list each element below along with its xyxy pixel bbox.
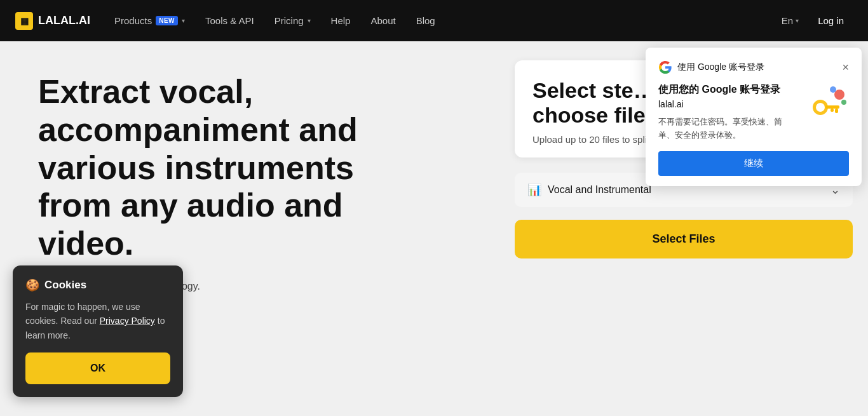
close-icon[interactable]: × — [842, 62, 849, 73]
svg-point-7 — [841, 100, 846, 105]
google-icon — [658, 60, 672, 74]
logo-icon: ▦ — [15, 12, 33, 30]
privacy-policy-link[interactable]: Privacy Policy — [100, 316, 155, 326]
nav-item-blog[interactable]: Blog — [407, 10, 444, 31]
logo-text: LALAL.AI — [38, 14, 90, 27]
logo[interactable]: ▦ LALAL.AI — [15, 12, 90, 30]
svg-rect-2 — [825, 105, 839, 109]
main-content: Extract vocal, accompaniment and various… — [0, 41, 868, 416]
popup-description: 不再需要记住密码。享受快速、简单、安全的登录体验。 — [658, 116, 798, 142]
chevron-down-icon-lang: ▾ — [796, 17, 799, 24]
cookies-popup: 🍪 Cookies For magic to happen, we use co… — [13, 265, 183, 397]
nav-label-about: About — [370, 15, 395, 26]
popup-body: 使用您的 Google 账号登录 lalal.ai 不再需要记住密码。享受快速、… — [658, 83, 849, 142]
popup-main-title: 使用您的 Google 账号登录 — [658, 83, 798, 97]
svg-rect-4 — [831, 109, 834, 112]
svg-point-1 — [816, 103, 825, 112]
login-button[interactable]: Log in — [809, 10, 853, 31]
popup-text-section: 使用您的 Google 账号登录 lalal.ai 不再需要记住密码。享受快速、… — [658, 83, 798, 142]
cookie-icon: 🍪 — [25, 278, 39, 292]
cookies-header: 🍪 Cookies — [25, 278, 170, 292]
nav-badge-new: NEW — [156, 16, 178, 25]
cookies-ok-button[interactable]: OK — [25, 352, 170, 384]
popup-header: 使用 Google 账号登录 × — [658, 60, 849, 74]
nav-label-tools: Tools & API — [205, 15, 254, 26]
popup-domain: lalal.ai — [658, 99, 798, 109]
navbar: ▦ LALAL.AI Products NEW ▾ Tools & API Pr… — [0, 0, 868, 41]
dropdown-text: Vocal and Instrumental — [548, 184, 651, 196]
popup-header-left: 使用 Google 账号登录 — [658, 60, 764, 74]
dropdown-label: 📊 Vocal and Instrumental — [527, 183, 651, 197]
popup-illustration — [804, 83, 849, 128]
nav-label-blog: Blog — [416, 15, 435, 26]
nav-item-help[interactable]: Help — [322, 10, 360, 31]
nav-label-pricing: Pricing — [275, 15, 304, 26]
nav-label-products: Products — [114, 15, 152, 26]
nav-item-tools[interactable]: Tools & API — [196, 10, 263, 31]
select-files-button[interactable]: Select Files — [515, 220, 853, 258]
popup-header-title: 使用 Google 账号登录 — [677, 62, 764, 73]
cookies-title: Cookies — [44, 279, 86, 292]
waveform-icon: 📊 — [527, 183, 541, 197]
hero-title: Extract vocal, accompaniment and various… — [38, 73, 419, 263]
cookies-text: For magic to happen, we use cookies. Rea… — [25, 300, 170, 342]
lang-label: En — [782, 15, 793, 26]
nav-label-help: Help — [331, 15, 351, 26]
nav-right: En ▾ Log in — [782, 10, 853, 31]
nav-items: Products NEW ▾ Tools & API Pricing ▾ Hel… — [105, 10, 782, 31]
google-continue-button[interactable]: 继续 — [658, 151, 849, 176]
chevron-down-icon-pricing: ▾ — [308, 17, 311, 24]
nav-item-pricing[interactable]: Pricing ▾ — [266, 10, 320, 31]
nav-item-products[interactable]: Products NEW ▾ — [105, 10, 194, 31]
login-label: Log in — [818, 15, 844, 26]
google-login-popup: 使用 Google 账号登录 × 使用您的 Google 账号登录 lalal.… — [646, 48, 862, 186]
language-selector[interactable]: En ▾ — [782, 15, 799, 26]
svg-point-6 — [830, 86, 836, 93]
chevron-down-icon: ▾ — [182, 17, 185, 24]
svg-rect-3 — [835, 109, 838, 113]
nav-item-about[interactable]: About — [362, 10, 404, 31]
svg-point-5 — [834, 90, 844, 100]
illustration-svg — [804, 83, 849, 128]
